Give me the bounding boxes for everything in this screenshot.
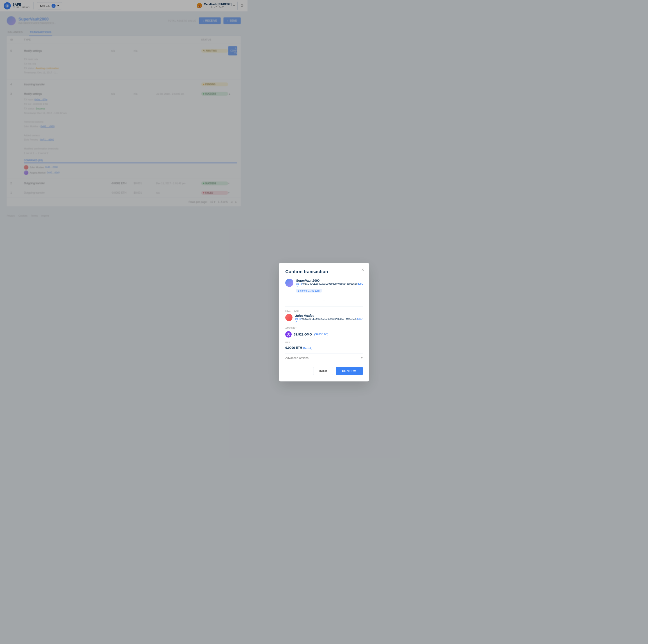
modal-overlay: Confirm transaction ✕ SuperVault2000 0xH…: [0, 0, 248, 237]
